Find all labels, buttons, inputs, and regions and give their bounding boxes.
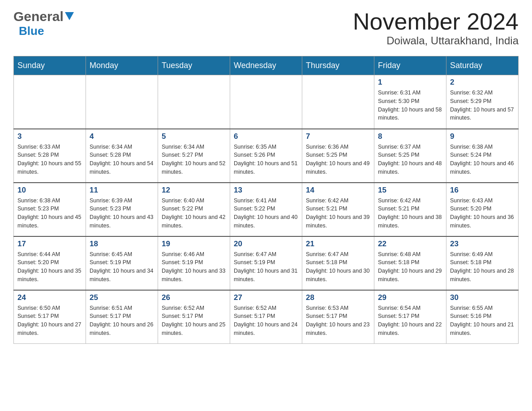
calendar-week-1: 1Sunrise: 6:31 AMSunset: 5:30 PMDaylight… [14, 75, 519, 129]
day-info: Sunrise: 6:47 AMSunset: 5:19 PMDaylight:… [234, 250, 298, 284]
day-info: Sunrise: 6:49 AMSunset: 5:18 PMDaylight:… [450, 250, 515, 284]
calendar-cell: 1Sunrise: 6:31 AMSunset: 5:30 PMDaylight… [374, 75, 446, 129]
day-info: Sunrise: 6:41 AMSunset: 5:22 PMDaylight:… [234, 197, 298, 230]
header-day-monday: Monday [86, 56, 158, 75]
day-info: Sunrise: 6:38 AMSunset: 5:23 PMDaylight:… [17, 197, 82, 230]
calendar-cell: 20Sunrise: 6:47 AMSunset: 5:19 PMDayligh… [230, 236, 302, 290]
calendar-cell: 10Sunrise: 6:38 AMSunset: 5:23 PMDayligh… [14, 183, 86, 236]
day-number: 22 [378, 240, 442, 248]
calendar-cell: 6Sunrise: 6:35 AMSunset: 5:26 PMDaylight… [230, 129, 302, 183]
day-info: Sunrise: 6:42 AMSunset: 5:21 PMDaylight:… [378, 197, 442, 230]
day-info: Sunrise: 6:37 AMSunset: 5:25 PMDaylight:… [378, 143, 442, 176]
day-number: 7 [306, 132, 370, 141]
day-info: Sunrise: 6:50 AMSunset: 5:17 PMDaylight:… [17, 304, 82, 338]
day-number: 25 [90, 293, 154, 302]
calendar-cell: 12Sunrise: 6:40 AMSunset: 5:22 PMDayligh… [158, 183, 230, 236]
calendar-cell: 18Sunrise: 6:45 AMSunset: 5:19 PMDayligh… [86, 236, 158, 290]
month-title: November 2024 [353, 9, 519, 34]
logo-area: General Blue [13, 9, 75, 38]
day-info: Sunrise: 6:34 AMSunset: 5:28 PMDaylight:… [90, 143, 154, 176]
header-day-tuesday: Tuesday [158, 56, 230, 75]
calendar-cell: 3Sunrise: 6:33 AMSunset: 5:28 PMDaylight… [14, 129, 86, 183]
calendar-cell: 23Sunrise: 6:49 AMSunset: 5:18 PMDayligh… [446, 236, 519, 290]
calendar-cell: 21Sunrise: 6:47 AMSunset: 5:18 PMDayligh… [302, 236, 374, 290]
calendar-cell: 7Sunrise: 6:36 AMSunset: 5:25 PMDaylight… [302, 129, 374, 183]
day-number: 28 [306, 293, 370, 302]
day-number: 10 [17, 186, 82, 195]
day-number: 29 [378, 293, 442, 302]
calendar-cell: 11Sunrise: 6:39 AMSunset: 5:23 PMDayligh… [86, 183, 158, 236]
day-number: 16 [450, 186, 515, 195]
day-info: Sunrise: 6:48 AMSunset: 5:18 PMDaylight:… [378, 250, 442, 284]
day-number: 6 [234, 132, 298, 141]
calendar-cell: 29Sunrise: 6:54 AMSunset: 5:17 PMDayligh… [374, 290, 446, 344]
day-number: 19 [162, 240, 226, 248]
calendar-cell: 15Sunrise: 6:42 AMSunset: 5:21 PMDayligh… [374, 183, 446, 236]
calendar-cell: 14Sunrise: 6:42 AMSunset: 5:21 PMDayligh… [302, 183, 374, 236]
day-number: 27 [234, 293, 298, 302]
day-number: 18 [90, 240, 154, 248]
day-number: 13 [234, 186, 298, 195]
day-info: Sunrise: 6:31 AMSunset: 5:30 PMDaylight:… [378, 89, 442, 122]
day-info: Sunrise: 6:51 AMSunset: 5:17 PMDaylight:… [90, 304, 154, 338]
day-info: Sunrise: 6:35 AMSunset: 5:26 PMDaylight:… [234, 143, 298, 176]
calendar-week-4: 17Sunrise: 6:44 AMSunset: 5:20 PMDayligh… [14, 236, 519, 290]
day-info: Sunrise: 6:40 AMSunset: 5:22 PMDaylight:… [162, 197, 226, 230]
calendar-header-row: SundayMondayTuesdayWednesdayThursdayFrid… [14, 56, 519, 75]
calendar-cell [230, 75, 302, 129]
day-info: Sunrise: 6:44 AMSunset: 5:20 PMDaylight:… [17, 250, 82, 284]
day-info: Sunrise: 6:39 AMSunset: 5:23 PMDaylight:… [90, 197, 154, 230]
calendar-cell: 13Sunrise: 6:41 AMSunset: 5:22 PMDayligh… [230, 183, 302, 236]
day-number: 21 [306, 240, 370, 248]
calendar-cell: 17Sunrise: 6:44 AMSunset: 5:20 PMDayligh… [14, 236, 86, 290]
day-info: Sunrise: 6:47 AMSunset: 5:18 PMDaylight:… [306, 250, 370, 284]
calendar-week-3: 10Sunrise: 6:38 AMSunset: 5:23 PMDayligh… [14, 183, 519, 236]
day-number: 26 [162, 293, 226, 302]
header-day-sunday: Sunday [14, 56, 86, 75]
day-info: Sunrise: 6:45 AMSunset: 5:19 PMDaylight:… [90, 250, 154, 284]
logo-blue-text: Blue [19, 24, 44, 38]
day-number: 17 [17, 240, 82, 248]
day-number: 11 [90, 186, 154, 195]
calendar-cell: 25Sunrise: 6:51 AMSunset: 5:17 PMDayligh… [86, 290, 158, 344]
calendar-cell [14, 75, 86, 129]
calendar-cell: 2Sunrise: 6:32 AMSunset: 5:29 PMDaylight… [446, 75, 519, 129]
calendar-cell: 30Sunrise: 6:55 AMSunset: 5:16 PMDayligh… [446, 290, 519, 344]
day-number: 14 [306, 186, 370, 195]
day-number: 5 [162, 132, 226, 141]
logo-arrow-icon [65, 12, 75, 22]
day-info: Sunrise: 6:43 AMSunset: 5:20 PMDaylight:… [450, 197, 515, 230]
calendar-cell: 5Sunrise: 6:34 AMSunset: 5:27 PMDaylight… [158, 129, 230, 183]
calendar-cell: 22Sunrise: 6:48 AMSunset: 5:18 PMDayligh… [374, 236, 446, 290]
svg-marker-0 [65, 12, 74, 20]
location-title: Doiwala, Uttarakhand, India [353, 34, 519, 47]
day-info: Sunrise: 6:36 AMSunset: 5:25 PMDaylight:… [306, 143, 370, 176]
header-day-saturday: Saturday [446, 56, 519, 75]
calendar-cell: 4Sunrise: 6:34 AMSunset: 5:28 PMDaylight… [86, 129, 158, 183]
calendar-cell [302, 75, 374, 129]
day-number: 12 [162, 186, 226, 195]
calendar-cell: 28Sunrise: 6:53 AMSunset: 5:17 PMDayligh… [302, 290, 374, 344]
day-info: Sunrise: 6:53 AMSunset: 5:17 PMDaylight:… [306, 304, 370, 338]
calendar-cell: 26Sunrise: 6:52 AMSunset: 5:17 PMDayligh… [158, 290, 230, 344]
day-info: Sunrise: 6:42 AMSunset: 5:21 PMDaylight:… [306, 197, 370, 230]
day-info: Sunrise: 6:52 AMSunset: 5:17 PMDaylight:… [234, 304, 298, 338]
header-day-friday: Friday [374, 56, 446, 75]
day-number: 24 [17, 293, 82, 302]
day-number: 1 [378, 78, 442, 87]
day-number: 9 [450, 132, 515, 141]
day-number: 8 [378, 132, 442, 141]
calendar-week-2: 3Sunrise: 6:33 AMSunset: 5:28 PMDaylight… [14, 129, 519, 183]
day-number: 20 [234, 240, 298, 248]
calendar-cell: 24Sunrise: 6:50 AMSunset: 5:17 PMDayligh… [14, 290, 86, 344]
logo-general-text: General [13, 9, 64, 24]
title-area: November 2024 Doiwala, Uttarakhand, Indi… [353, 9, 519, 47]
calendar-table: SundayMondayTuesdayWednesdayThursdayFrid… [13, 56, 519, 344]
calendar-cell [158, 75, 230, 129]
calendar-cell: 8Sunrise: 6:37 AMSunset: 5:25 PMDaylight… [374, 129, 446, 183]
day-info: Sunrise: 6:33 AMSunset: 5:28 PMDaylight:… [17, 143, 82, 176]
day-number: 23 [450, 240, 515, 248]
day-info: Sunrise: 6:52 AMSunset: 5:17 PMDaylight:… [162, 304, 226, 338]
day-info: Sunrise: 6:38 AMSunset: 5:24 PMDaylight:… [450, 143, 515, 176]
header-day-wednesday: Wednesday [230, 56, 302, 75]
